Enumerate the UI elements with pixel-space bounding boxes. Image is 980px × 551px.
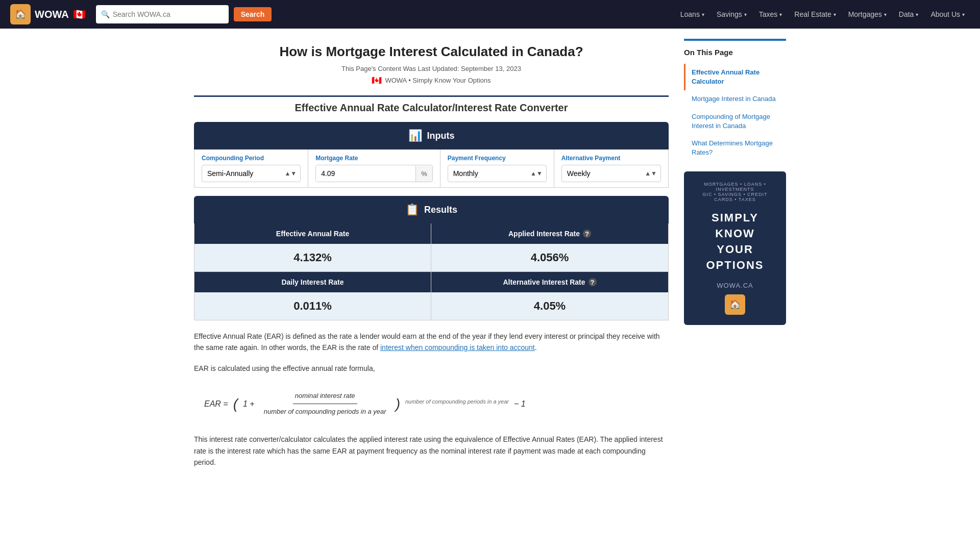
inputs-panel: 📊 Inputs [194, 122, 669, 149]
nav-data[interactable]: Data ▾ [894, 6, 924, 22]
search-button[interactable]: Search [234, 7, 272, 21]
brand-flag: 🇨🇦 [73, 8, 86, 20]
nav-real-estate[interactable]: Real Estate ▾ [789, 6, 841, 22]
nav-savings[interactable]: Savings ▾ [712, 6, 752, 22]
body-paragraph-1: Effective Annual Rate (EAR) is defined a… [194, 331, 669, 354]
results-label: Results [424, 205, 457, 215]
formula-ear: EAR = [204, 396, 228, 412]
effective-annual-rate-header: Effective Annual Rate [194, 223, 431, 244]
daily-interest-rate-value: 0.011% [194, 292, 431, 320]
formula-denominator: number of compounding periods in a year [262, 404, 388, 418]
sidebar: On This Page Effective Annual Rate Calcu… [684, 39, 786, 477]
search-icon: 🔍 [101, 10, 110, 18]
ad-tagline: SIMPLYKNOWYOUROPTIONS [694, 210, 776, 273]
article-flag: 🇨🇦 [372, 76, 382, 85]
compounding-period-label: Compounding Period [202, 155, 301, 162]
daily-interest-rate-cell: Daily Interest Rate 0.011% [194, 272, 431, 320]
alternative-interest-rate-header: Alternative Interest Rate ? [431, 272, 668, 292]
article-brand-text: WOWA • Simply Know Your Options [385, 77, 491, 84]
payment-frequency-label: Payment Frequency [448, 155, 547, 162]
brand-logo[interactable]: 🏠 WOWA 🇨🇦 [10, 4, 86, 24]
toc-item-mortgage-rates[interactable]: What Determines Mortgage Rates? [684, 135, 786, 161]
ad-sub-text: MORTGAGES • LOANS • INVESTMENTSGIC • SAV… [694, 182, 776, 202]
nav-taxes[interactable]: Taxes ▾ [754, 6, 788, 22]
search-bar: 🔍 [96, 5, 229, 23]
formula-superscript: number of compounding periods in a year [405, 396, 509, 412]
calculator-heading: Effective Annual Rate Calculator/Interes… [194, 102, 669, 114]
effective-annual-rate-value: 4.132% [194, 244, 431, 271]
applied-interest-rate-value: 4.056% [431, 244, 668, 271]
effective-annual-rate-label: Effective Annual Rate [276, 230, 349, 238]
formula-numerator: nominal interest rate [293, 389, 357, 404]
article-brand: 🇨🇦 WOWA • Simply Know Your Options [194, 76, 669, 85]
calculator-section: Effective Annual Rate Calculator/Interes… [194, 95, 669, 320]
alternative-interest-rate-value: 4.05% [431, 292, 668, 320]
body-paragraph-3: This interest rate converter/calculator … [194, 434, 669, 468]
inputs-icon: 📊 [408, 129, 422, 142]
toc-item-mortgage-interest[interactable]: Mortgage Interest in Canada [684, 90, 786, 108]
results-icon: 📋 [405, 203, 419, 216]
alternative-interest-rate-cell: Alternative Interest Rate ? 4.05% [431, 272, 668, 320]
on-this-page: On This Page Effective Annual Rate Calcu… [684, 39, 786, 161]
brand-name: WOWA [35, 9, 69, 20]
alternative-payment-col: Alternative Payment Weekly Bi-Weekly Mon… [554, 149, 668, 187]
alternative-payment-select[interactable]: Weekly Bi-Weekly Monthly Semi-Monthly [561, 165, 661, 182]
compounding-period-select[interactable]: Semi-Annually Monthly Daily Annually Wee… [202, 165, 301, 182]
toc-item-ear-calculator[interactable]: Effective Annual Rate Calculator [684, 64, 786, 90]
formula-math: EAR = ( 1 + nominal interest rate number… [204, 389, 658, 418]
mortgage-rate-col: Mortgage Rate % [308, 149, 440, 187]
applied-interest-rate-info-icon[interactable]: ? [583, 230, 591, 238]
results-panel: 📋 Results [194, 196, 669, 223]
compounding-period-select-wrap: Semi-Annually Monthly Daily Annually Wee… [202, 165, 301, 182]
search-input[interactable] [113, 10, 215, 18]
body-paragraph-2: EAR is calculated using the effective an… [194, 363, 669, 374]
compounding-period-col: Compounding Period Semi-Annually Monthly… [194, 149, 308, 187]
applied-interest-rate-header: Applied Interest Rate ? [431, 223, 668, 244]
logo-icon: 🏠 [10, 4, 31, 24]
mortgage-rate-unit: % [415, 166, 432, 182]
daily-interest-rate-label: Daily Interest Rate [281, 278, 344, 286]
inputs-grid: Compounding Period Semi-Annually Monthly… [194, 149, 669, 188]
alternative-payment-label: Alternative Payment [561, 155, 661, 162]
article-title: How is Mortgage Interest Calculated in C… [194, 44, 669, 60]
compounding-link[interactable]: interest when compounding is taken into … [380, 343, 535, 352]
nav-loans[interactable]: Loans ▾ [675, 6, 709, 22]
main-content: How is Mortgage Interest Calculated in C… [194, 39, 669, 477]
results-grid: Effective Annual Rate 4.132% Applied Int… [194, 223, 669, 320]
navigation: 🏠 WOWA 🇨🇦 🔍 Search Loans ▾ Savings ▾ Tax… [0, 0, 980, 29]
daily-interest-rate-header: Daily Interest Rate [194, 272, 431, 292]
nav-links: Loans ▾ Savings ▾ Taxes ▾ Real Estate ▾ … [675, 6, 970, 22]
on-this-page-title: On This Page [684, 48, 786, 57]
formula-bracket-open: ( [233, 390, 238, 418]
ad-logo-icon: 🏠 [725, 294, 745, 315]
effective-annual-rate-cell: Effective Annual Rate 4.132% [194, 223, 431, 272]
toc-item-mortgage-rates-label: What Determines Mortgage Rates? [692, 139, 773, 156]
applied-interest-rate-cell: Applied Interest Rate ? 4.056% [431, 223, 668, 272]
formula-one-plus: 1 + [243, 396, 255, 412]
nav-mortgages[interactable]: Mortgages ▾ [843, 6, 892, 22]
formula-fraction: nominal interest rate number of compound… [262, 389, 388, 418]
nav-about-us[interactable]: About Us ▾ [925, 6, 970, 22]
mortgage-rate-input[interactable] [316, 165, 415, 182]
alternative-interest-rate-label: Alternative Interest Rate [503, 278, 585, 286]
alternative-payment-select-wrap: Weekly Bi-Weekly Monthly Semi-Monthly ▲▼ [561, 165, 661, 182]
mortgage-rate-field-wrap: % [315, 165, 433, 182]
ad-url: WOWA.CA [694, 282, 776, 289]
formula-block: EAR = ( 1 + nominal interest rate number… [194, 384, 669, 423]
toc-item-ear-calculator-label: Effective Annual Rate Calculator [692, 68, 760, 85]
article-meta: This Page's Content Was Last Updated: Se… [194, 65, 669, 72]
ad-banner: MORTGAGES • LOANS • INVESTMENTSGIC • SAV… [684, 171, 786, 324]
toc-item-mortgage-interest-label: Mortgage Interest in Canada [692, 95, 776, 103]
formula-bracket-close: ) [396, 390, 400, 418]
toc-item-compounding-label: Compounding of Mortgage Interest in Cana… [692, 113, 770, 130]
mortgage-rate-label: Mortgage Rate [315, 155, 433, 162]
inputs-label: Inputs [427, 131, 455, 141]
alternative-interest-rate-info-icon[interactable]: ? [589, 278, 597, 286]
applied-interest-rate-label: Applied Interest Rate [508, 230, 580, 238]
toc-item-compounding[interactable]: Compounding of Mortgage Interest in Cana… [684, 108, 786, 135]
payment-frequency-select[interactable]: Monthly Weekly Bi-Weekly Semi-Monthly [448, 165, 547, 182]
payment-frequency-col: Payment Frequency Monthly Weekly Bi-Week… [440, 149, 554, 187]
payment-frequency-select-wrap: Monthly Weekly Bi-Weekly Semi-Monthly ▲▼ [448, 165, 547, 182]
formula-minus-one: − 1 [514, 396, 526, 412]
